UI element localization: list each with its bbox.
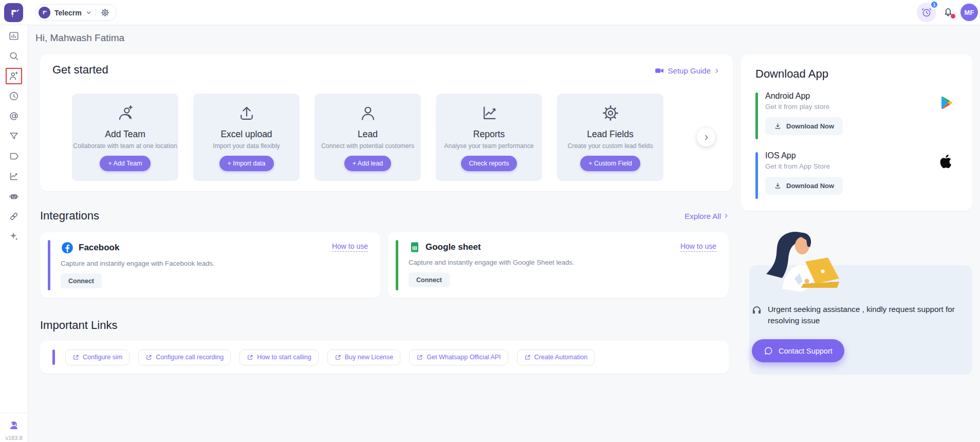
link-configure-call-recording[interactable]: Configure call recording bbox=[138, 349, 231, 365]
sidebar-item-integrations[interactable] bbox=[6, 208, 22, 225]
accent-bar bbox=[396, 240, 398, 290]
integrations-header: Integrations Explore All bbox=[40, 209, 729, 223]
sidebar: v183.8 bbox=[0, 25, 28, 442]
link-configure-sim[interactable]: Configure sim bbox=[65, 349, 130, 365]
tile-title: Reports bbox=[436, 129, 542, 140]
notifications-button[interactable] bbox=[942, 6, 956, 20]
get-started-title: Get started bbox=[52, 63, 108, 77]
telecrm-logo bbox=[4, 3, 23, 22]
tile-add-team: Add Team Collaborate with team at one lo… bbox=[72, 94, 178, 181]
tile-description: Analyse your team performance bbox=[436, 142, 542, 150]
external-link-icon bbox=[335, 354, 341, 361]
add-team-button[interactable]: + Add Team bbox=[100, 156, 150, 171]
chevron-right-icon bbox=[703, 134, 710, 141]
mentions-icon bbox=[8, 110, 20, 122]
sidebar-item-ai[interactable] bbox=[6, 228, 22, 245]
link-buy-new-license[interactable]: Buy new License bbox=[327, 349, 401, 365]
check-reports-button[interactable]: Check reports bbox=[461, 156, 517, 171]
download-label: Download Now bbox=[786, 122, 834, 130]
how-to-use-link[interactable]: How to use bbox=[332, 242, 368, 252]
explore-all-link[interactable]: Explore All bbox=[685, 212, 729, 220]
tile-title: Lead bbox=[315, 129, 421, 140]
lead-fields-icon bbox=[601, 103, 620, 123]
sidebar-item-add-user[interactable] bbox=[6, 68, 22, 84]
support-message: Urgent seeking assistance , kindly reque… bbox=[768, 304, 970, 326]
chevron-right-icon bbox=[714, 68, 719, 73]
sidebar-item-search[interactable] bbox=[6, 48, 22, 64]
tile-lead: Lead Connect with potential customers + … bbox=[315, 94, 421, 181]
contact-support-button[interactable]: Contact Support bbox=[752, 339, 844, 362]
app-subtitle: Get it from play store bbox=[765, 103, 958, 110]
link-label: Create Automation bbox=[534, 354, 588, 361]
link-label: Buy new License bbox=[345, 354, 394, 361]
contact-support-label: Contact Support bbox=[779, 347, 833, 355]
tile-description: Import your data flexibly bbox=[193, 142, 300, 150]
workspace-switcher[interactable]: Telecrm bbox=[35, 4, 117, 21]
integration-description: Capture and instantly engage with Google… bbox=[409, 259, 716, 266]
tile-description: Create your custom lead fields bbox=[557, 142, 663, 150]
integration-card-facebook: Facebook How to use Capture and instantl… bbox=[40, 232, 380, 298]
video-icon bbox=[655, 66, 664, 76]
sidebar-footer: v183.8 bbox=[0, 413, 28, 442]
sidebar-item-filter[interactable] bbox=[6, 128, 22, 144]
tags-icon bbox=[8, 151, 20, 162]
sidebar-item-support[interactable] bbox=[6, 417, 22, 433]
ios-app-row: IOS App Get it from App Store Download N… bbox=[755, 151, 958, 200]
external-link-icon bbox=[524, 354, 531, 361]
external-link-icon bbox=[416, 354, 423, 361]
reminders-badge: 1 bbox=[930, 1, 938, 9]
tile-lead-fields: Lead Fields Create your custom lead fiel… bbox=[557, 94, 663, 181]
sidebar-item-tags[interactable] bbox=[6, 148, 22, 164]
link-whatsapp-official-api[interactable]: Get Whatsapp Official API bbox=[409, 349, 508, 365]
sidebar-item-mentions[interactable] bbox=[6, 108, 22, 124]
analytics-icon bbox=[8, 171, 20, 182]
excel-upload-icon bbox=[237, 103, 256, 123]
add-team-icon bbox=[116, 103, 135, 123]
important-links-title: Important Links bbox=[40, 319, 117, 332]
add-user-icon bbox=[8, 70, 20, 82]
apple-icon[interactable] bbox=[936, 152, 955, 171]
external-link-icon bbox=[72, 354, 79, 361]
chat-bubble-icon bbox=[764, 346, 773, 356]
setup-guide-link[interactable]: Setup Guide bbox=[655, 66, 719, 76]
app-version: v183.8 bbox=[0, 435, 28, 441]
support-message-row: Urgent seeking assistance , kindly reque… bbox=[751, 304, 970, 326]
import-data-button[interactable]: + Import data bbox=[219, 156, 274, 171]
download-android-button[interactable]: Download Now bbox=[765, 117, 843, 135]
play-store-icon[interactable] bbox=[938, 95, 955, 111]
link-label: Get Whatsapp Official API bbox=[427, 354, 501, 361]
tile-description: Connect with potential customers bbox=[315, 142, 421, 150]
app-subtitle: Get it from App Store bbox=[765, 162, 958, 170]
tile-title: Lead Fields bbox=[557, 129, 663, 140]
custom-field-button[interactable]: + Custom Field bbox=[580, 156, 640, 171]
sidebar-item-automation[interactable] bbox=[6, 188, 22, 205]
topbar: Telecrm 1 MF bbox=[0, 0, 980, 25]
sidebar-item-recent[interactable] bbox=[6, 88, 22, 104]
divider bbox=[96, 8, 96, 17]
how-to-use-link[interactable]: How to use bbox=[680, 242, 716, 252]
tile-title: Add Team bbox=[72, 129, 178, 140]
workspace-name: Telecrm bbox=[54, 9, 82, 17]
sidebar-item-analytics[interactable] bbox=[6, 168, 22, 185]
sidebar-item-dashboard[interactable] bbox=[6, 28, 22, 44]
settings-gear-icon[interactable] bbox=[100, 8, 110, 17]
integration-name: Google sheet bbox=[426, 242, 481, 252]
connect-facebook-button[interactable]: Connect bbox=[61, 273, 102, 288]
tile-excel-upload: Excel upload Import your data flexibly +… bbox=[193, 94, 300, 181]
explore-all-label: Explore All bbox=[685, 212, 721, 220]
link-how-to-start-calling[interactable]: How to start calling bbox=[239, 349, 319, 365]
accent-bar bbox=[755, 93, 758, 139]
carousel-next-button[interactable] bbox=[697, 128, 715, 146]
google-sheet-icon bbox=[409, 241, 421, 253]
support-agent-icon bbox=[8, 419, 20, 431]
app-name: IOS App bbox=[765, 151, 958, 160]
recent-activity-icon bbox=[8, 90, 20, 102]
headphones-icon bbox=[751, 305, 762, 316]
user-avatar[interactable]: MF bbox=[960, 4, 978, 21]
download-ios-button[interactable]: Download Now bbox=[765, 177, 843, 195]
link-create-automation[interactable]: Create Automation bbox=[517, 349, 595, 365]
dashboard-icon bbox=[8, 30, 20, 42]
add-lead-button[interactable]: + Add lead bbox=[344, 156, 391, 171]
telecrm-logo-icon bbox=[8, 7, 20, 19]
connect-google-sheet-button[interactable]: Connect bbox=[409, 272, 450, 287]
